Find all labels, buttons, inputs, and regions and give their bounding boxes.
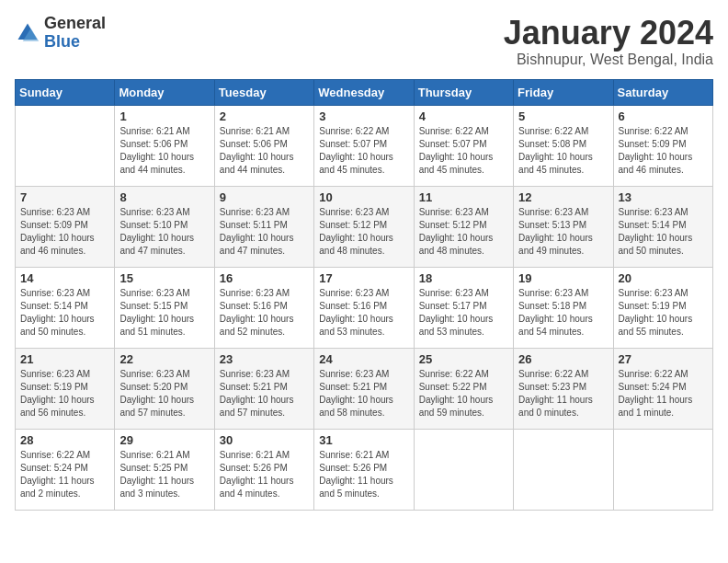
day-info: Sunrise: 6:23 AM Sunset: 5:10 PM Dayligh… xyxy=(119,206,209,258)
calendar-cell: 16Sunrise: 6:23 AM Sunset: 5:16 PM Dayli… xyxy=(214,267,313,348)
day-number: 29 xyxy=(119,433,209,447)
day-info: Sunrise: 6:23 AM Sunset: 5:20 PM Dayligh… xyxy=(119,368,209,419)
calendar-cell: 20Sunrise: 6:23 AM Sunset: 5:19 PM Dayli… xyxy=(613,267,712,348)
logo-general: General xyxy=(44,15,106,33)
day-number: 13 xyxy=(619,190,708,204)
day-header-wednesday: Wednesday xyxy=(314,79,414,105)
calendar-cell: 27Sunrise: 6:22 AM Sunset: 5:24 PM Dayli… xyxy=(613,348,712,429)
day-header-monday: Monday xyxy=(115,79,214,105)
day-number: 2 xyxy=(220,109,309,123)
calendar-cell: 28Sunrise: 6:22 AM Sunset: 5:24 PM Dayli… xyxy=(16,429,115,510)
day-info: Sunrise: 6:22 AM Sunset: 5:07 PM Dayligh… xyxy=(419,125,508,177)
day-info: Sunrise: 6:23 AM Sunset: 5:16 PM Dayligh… xyxy=(220,287,309,339)
day-info: Sunrise: 6:22 AM Sunset: 5:09 PM Dayligh… xyxy=(619,125,708,177)
day-header-tuesday: Tuesday xyxy=(214,79,313,105)
calendar-cell: 14Sunrise: 6:23 AM Sunset: 5:14 PM Dayli… xyxy=(16,267,115,348)
header: General Blue January 2024 Bishnupur, Wes… xyxy=(15,15,713,68)
day-number: 12 xyxy=(518,190,608,204)
day-number: 6 xyxy=(619,109,708,123)
day-header-sunday: Sunday xyxy=(16,79,115,105)
calendar-cell: 1Sunrise: 6:21 AM Sunset: 5:06 PM Daylig… xyxy=(115,105,214,186)
day-info: Sunrise: 6:23 AM Sunset: 5:16 PM Dayligh… xyxy=(319,287,408,339)
day-info: Sunrise: 6:23 AM Sunset: 5:21 PM Dayligh… xyxy=(220,368,309,419)
day-number: 17 xyxy=(319,271,408,285)
day-number: 7 xyxy=(20,190,109,204)
calendar-header-row: SundayMondayTuesdayWednesdayThursdayFrid… xyxy=(16,79,713,105)
calendar-week-row: 28Sunrise: 6:22 AM Sunset: 5:24 PM Dayli… xyxy=(16,429,713,510)
calendar-cell: 24Sunrise: 6:23 AM Sunset: 5:21 PM Dayli… xyxy=(314,348,414,429)
day-number: 9 xyxy=(220,190,309,204)
day-number: 3 xyxy=(319,109,408,123)
day-info: Sunrise: 6:23 AM Sunset: 5:13 PM Dayligh… xyxy=(518,206,608,258)
logo-blue: Blue xyxy=(44,33,106,52)
logo-icon xyxy=(15,20,40,46)
day-number: 28 xyxy=(20,433,109,447)
location: Bishnupur, West Bengal, India xyxy=(504,52,713,68)
month-title: January 2024 xyxy=(504,15,713,52)
day-number: 24 xyxy=(319,352,408,366)
day-info: Sunrise: 6:23 AM Sunset: 5:21 PM Dayligh… xyxy=(319,368,408,419)
calendar-cell: 26Sunrise: 6:22 AM Sunset: 5:23 PM Dayli… xyxy=(514,348,613,429)
day-number: 19 xyxy=(518,271,608,285)
logo: General Blue xyxy=(15,15,106,52)
day-number: 22 xyxy=(119,352,209,366)
day-number: 10 xyxy=(319,190,408,204)
day-number: 8 xyxy=(119,190,209,204)
calendar-cell: 3Sunrise: 6:22 AM Sunset: 5:07 PM Daylig… xyxy=(314,105,414,186)
calendar-cell: 30Sunrise: 6:21 AM Sunset: 5:26 PM Dayli… xyxy=(214,429,313,510)
day-info: Sunrise: 6:23 AM Sunset: 5:19 PM Dayligh… xyxy=(20,368,109,419)
day-number: 23 xyxy=(220,352,309,366)
day-info: Sunrise: 6:21 AM Sunset: 5:25 PM Dayligh… xyxy=(119,449,209,500)
day-number: 15 xyxy=(119,271,209,285)
calendar-week-row: 21Sunrise: 6:23 AM Sunset: 5:19 PM Dayli… xyxy=(16,348,713,429)
day-number: 18 xyxy=(419,271,508,285)
day-info: Sunrise: 6:21 AM Sunset: 5:06 PM Dayligh… xyxy=(220,125,309,177)
calendar-cell: 4Sunrise: 6:22 AM Sunset: 5:07 PM Daylig… xyxy=(414,105,513,186)
calendar-cell: 6Sunrise: 6:22 AM Sunset: 5:09 PM Daylig… xyxy=(613,105,712,186)
day-info: Sunrise: 6:23 AM Sunset: 5:12 PM Dayligh… xyxy=(319,206,408,258)
day-info: Sunrise: 6:23 AM Sunset: 5:18 PM Dayligh… xyxy=(518,287,608,339)
calendar-body: 1Sunrise: 6:21 AM Sunset: 5:06 PM Daylig… xyxy=(16,105,713,510)
day-info: Sunrise: 6:23 AM Sunset: 5:11 PM Dayligh… xyxy=(220,206,309,258)
calendar-cell xyxy=(514,429,613,510)
calendar-cell: 5Sunrise: 6:22 AM Sunset: 5:08 PM Daylig… xyxy=(514,105,613,186)
title-area: January 2024 Bishnupur, West Bengal, Ind… xyxy=(504,15,713,68)
calendar-cell: 2Sunrise: 6:21 AM Sunset: 5:06 PM Daylig… xyxy=(214,105,313,186)
day-info: Sunrise: 6:23 AM Sunset: 5:09 PM Dayligh… xyxy=(20,206,109,258)
day-info: Sunrise: 6:23 AM Sunset: 5:19 PM Dayligh… xyxy=(619,287,708,339)
day-info: Sunrise: 6:22 AM Sunset: 5:23 PM Dayligh… xyxy=(518,368,608,419)
calendar-cell xyxy=(613,429,712,510)
calendar-cell: 8Sunrise: 6:23 AM Sunset: 5:10 PM Daylig… xyxy=(115,186,214,267)
calendar-week-row: 14Sunrise: 6:23 AM Sunset: 5:14 PM Dayli… xyxy=(16,267,713,348)
calendar-cell xyxy=(16,105,115,186)
day-info: Sunrise: 6:22 AM Sunset: 5:08 PM Dayligh… xyxy=(518,125,608,177)
day-info: Sunrise: 6:22 AM Sunset: 5:22 PM Dayligh… xyxy=(419,368,508,419)
calendar-cell: 19Sunrise: 6:23 AM Sunset: 5:18 PM Dayli… xyxy=(514,267,613,348)
day-number: 1 xyxy=(119,109,209,123)
day-number: 20 xyxy=(619,271,708,285)
calendar-cell: 22Sunrise: 6:23 AM Sunset: 5:20 PM Dayli… xyxy=(115,348,214,429)
day-number: 4 xyxy=(419,109,508,123)
day-info: Sunrise: 6:23 AM Sunset: 5:12 PM Dayligh… xyxy=(419,206,508,258)
calendar-cell: 9Sunrise: 6:23 AM Sunset: 5:11 PM Daylig… xyxy=(214,186,313,267)
day-header-friday: Friday xyxy=(514,79,613,105)
day-info: Sunrise: 6:22 AM Sunset: 5:07 PM Dayligh… xyxy=(319,125,408,177)
calendar-cell: 12Sunrise: 6:23 AM Sunset: 5:13 PM Dayli… xyxy=(514,186,613,267)
calendar-cell: 29Sunrise: 6:21 AM Sunset: 5:25 PM Dayli… xyxy=(115,429,214,510)
calendar-cell xyxy=(414,429,513,510)
calendar-week-row: 1Sunrise: 6:21 AM Sunset: 5:06 PM Daylig… xyxy=(16,105,713,186)
calendar-cell: 15Sunrise: 6:23 AM Sunset: 5:15 PM Dayli… xyxy=(115,267,214,348)
day-number: 26 xyxy=(518,352,608,366)
day-number: 16 xyxy=(220,271,309,285)
day-number: 31 xyxy=(319,433,408,447)
day-number: 14 xyxy=(20,271,109,285)
day-number: 5 xyxy=(518,109,608,123)
day-info: Sunrise: 6:22 AM Sunset: 5:24 PM Dayligh… xyxy=(619,368,708,419)
day-info: Sunrise: 6:23 AM Sunset: 5:14 PM Dayligh… xyxy=(20,287,109,339)
calendar-cell: 31Sunrise: 6:21 AM Sunset: 5:26 PM Dayli… xyxy=(314,429,414,510)
calendar-cell: 13Sunrise: 6:23 AM Sunset: 5:14 PM Dayli… xyxy=(613,186,712,267)
calendar-cell: 23Sunrise: 6:23 AM Sunset: 5:21 PM Dayli… xyxy=(214,348,313,429)
day-number: 30 xyxy=(220,433,309,447)
day-info: Sunrise: 6:23 AM Sunset: 5:17 PM Dayligh… xyxy=(419,287,508,339)
day-info: Sunrise: 6:21 AM Sunset: 5:06 PM Dayligh… xyxy=(119,125,209,177)
